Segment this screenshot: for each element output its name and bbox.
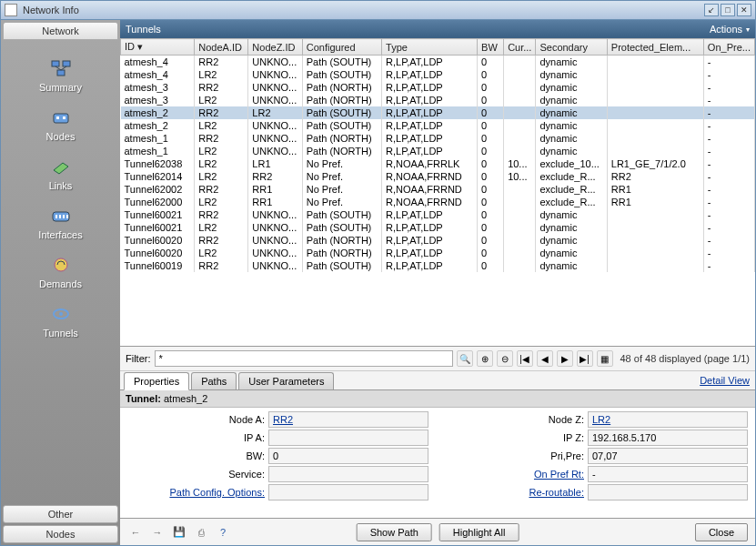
sidebar-tab-network[interactable]: Network <box>3 22 118 40</box>
property-label[interactable]: Path Config. Options: <box>127 487 268 498</box>
sidebar-item-links[interactable]: Links <box>1 149 120 198</box>
table-row[interactable]: Tunnel60019RR2UNKNO...Path (SOUTH)R,LP,A… <box>121 259 755 272</box>
footer: ← → 💾 ⎙ ? Show Path Highlight All Close <box>120 518 755 545</box>
sidebar-tab-other[interactable]: Other <box>3 505 118 523</box>
table-row[interactable]: atmesh_3RR2UNKNO...Path (NORTH)R,LP,AT,L… <box>121 81 755 94</box>
property-row: IP Z:192.168.5.170 <box>447 430 748 446</box>
page-next-icon[interactable]: ▶ <box>557 350 573 367</box>
page-prev-icon[interactable]: ◀ <box>537 350 553 367</box>
summary-icon <box>50 58 72 78</box>
detail-title: Tunnel: atmesh_2 <box>120 390 755 408</box>
property-value[interactable]: RR2 <box>268 411 428 428</box>
sidebar-tab-nodes[interactable]: Nodes <box>3 525 118 543</box>
table-row[interactable]: Tunnel60020RR2UNKNO...Path (NORTH)R,LP,A… <box>121 234 755 247</box>
interfaces-icon <box>50 206 72 226</box>
sidebar-item-summary[interactable]: Summary <box>1 51 120 100</box>
forward-icon[interactable]: → <box>149 524 166 541</box>
links-icon <box>50 157 72 177</box>
column-header[interactable]: Configured <box>302 39 381 56</box>
sidebar-item-interfaces[interactable]: Interfaces <box>1 198 120 248</box>
sidebar-item-nodes[interactable]: Nodes <box>1 100 120 149</box>
tab-user-parameters[interactable]: User Parameters <box>238 372 334 389</box>
table-row[interactable]: atmesh_2LR2UNKNO...Path (SOUTH)R,LP,AT,L… <box>121 119 755 132</box>
table-row[interactable]: Tunnel62014LR2RR2No Pref.R,NOAA,FRRND010… <box>121 170 755 183</box>
table-row[interactable]: atmesh_4LR2UNKNO...Path (SOUTH)R,LP,AT,L… <box>121 68 755 81</box>
property-value <box>268 484 428 500</box>
help-icon[interactable]: ? <box>215 524 231 541</box>
search-icon[interactable]: 🔍 <box>457 350 473 367</box>
column-header[interactable]: Protected_Elem... <box>607 39 703 56</box>
property-label[interactable]: On Pref Rt: <box>447 469 588 480</box>
zoom-in-icon[interactable]: ⊕ <box>477 350 493 367</box>
actions-menu[interactable]: Actions <box>710 24 750 35</box>
sidebar: Network SummaryNodesLinksInterfacesDeman… <box>1 20 120 545</box>
page-last-icon[interactable]: ▶| <box>577 350 593 367</box>
filter-bar: Filter: 🔍 ⊕ ⊖ |◀ ◀ ▶ ▶| ▦ 48 of 48 displ… <box>120 347 755 371</box>
detail-view-link[interactable]: Detail View <box>700 375 750 386</box>
back-icon[interactable]: ← <box>127 524 144 541</box>
close-button[interactable]: Close <box>695 523 748 541</box>
svg-rect-5 <box>54 114 68 123</box>
nodes-icon <box>50 107 72 127</box>
table-row[interactable]: Tunnel62038LR2LR1No Pref.R,NOAA,FRRLK010… <box>121 157 755 170</box>
close-icon[interactable]: ✕ <box>737 4 751 16</box>
tunnels-table-wrap[interactable]: ID ▾NodeA.IDNodeZ.IDConfiguredTypeBWCur.… <box>120 38 755 347</box>
property-row: Re-routable: <box>447 484 748 500</box>
column-header[interactable]: BW <box>478 39 504 56</box>
sidebar-item-label: Links <box>49 180 73 191</box>
minimize-icon[interactable]: ↙ <box>704 4 719 16</box>
detail-title-value: atmesh_2 <box>164 393 207 404</box>
tab-paths[interactable]: Paths <box>191 372 237 389</box>
column-header[interactable]: Type <box>382 39 478 56</box>
table-row[interactable]: Tunnel60021LR2UNKNO...Path (SOUTH)R,LP,A… <box>121 221 755 234</box>
property-value[interactable]: LR2 <box>588 411 748 428</box>
column-header[interactable]: ID ▾ <box>121 39 195 56</box>
column-header[interactable]: NodeA.ID <box>195 39 248 56</box>
maximize-icon[interactable]: □ <box>721 4 735 16</box>
sidebar-item-tunnels[interactable]: Tunnels <box>1 297 120 346</box>
property-value <box>268 430 428 446</box>
show-path-button[interactable]: Show Path <box>357 523 432 541</box>
tunnels-icon <box>50 304 72 324</box>
svg-rect-1 <box>63 61 70 66</box>
page-first-icon[interactable]: |◀ <box>517 350 533 367</box>
property-row: BW:0 <box>127 448 428 464</box>
filter-input[interactable] <box>155 350 453 367</box>
detail-title-label: Tunnel: <box>126 393 161 404</box>
table-row[interactable]: Tunnel60020LR2UNKNO...Path (NORTH)R,LP,A… <box>121 247 755 259</box>
property-label: IP Z: <box>447 432 588 443</box>
table-row[interactable]: atmesh_4RR2UNKNO...Path (SOUTH)R,LP,AT,L… <box>121 56 755 69</box>
svg-point-13 <box>55 258 67 271</box>
svg-point-15 <box>59 312 63 316</box>
sidebar-item-label: Demands <box>39 278 82 289</box>
sidebar-item-demands[interactable]: Demands <box>1 248 120 297</box>
table-row[interactable]: atmesh_3LR2UNKNO...Path (NORTH)R,LP,AT,L… <box>121 94 755 106</box>
tab-properties[interactable]: Properties <box>124 372 189 390</box>
property-row: Service: <box>127 466 428 482</box>
zoom-out-icon[interactable]: ⊖ <box>497 350 513 367</box>
table-row[interactable]: Tunnel60021RR2UNKNO...Path (SOUTH)R,LP,A… <box>121 208 755 221</box>
svg-rect-2 <box>57 70 65 76</box>
column-header[interactable]: Cur... <box>504 39 536 56</box>
table-row[interactable]: atmesh_1RR2UNKNO...Path (NORTH)R,LP,AT,L… <box>121 132 755 145</box>
table-row[interactable]: atmesh_1LR2UNKNO...Path (NORTH)R,LP,AT,L… <box>121 145 755 157</box>
column-header[interactable]: Secondary <box>536 39 607 56</box>
table-row[interactable]: Tunnel62000LR2RR1No Pref.R,NOAA,FRRND0ex… <box>121 196 755 208</box>
property-row: On Pref Rt:- <box>447 466 748 482</box>
table-row[interactable]: Tunnel62002RR2RR1No Pref.R,NOAA,FRRND0ex… <box>121 183 755 196</box>
highlight-all-button[interactable]: Highlight All <box>439 523 519 541</box>
svg-rect-9 <box>55 215 57 218</box>
property-label: Node A: <box>127 414 268 425</box>
save-icon[interactable]: 💾 <box>171 524 187 541</box>
property-label[interactable]: Re-routable: <box>447 487 588 498</box>
property-value: - <box>588 466 748 482</box>
grid-icon[interactable]: ▦ <box>597 350 613 367</box>
sidebar-item-label: Nodes <box>46 131 76 142</box>
column-header[interactable]: NodeZ.ID <box>248 39 302 56</box>
print-icon[interactable]: ⎙ <box>193 524 209 541</box>
property-value: 0 <box>268 448 428 464</box>
sidebar-item-label: Tunnels <box>43 328 78 339</box>
column-header[interactable]: On_Pre... <box>703 39 754 56</box>
table-row[interactable]: atmesh_2RR2LR2Path (SOUTH)R,LP,AT,LDP0dy… <box>121 106 755 119</box>
window-title: Network Info <box>23 5 704 15</box>
